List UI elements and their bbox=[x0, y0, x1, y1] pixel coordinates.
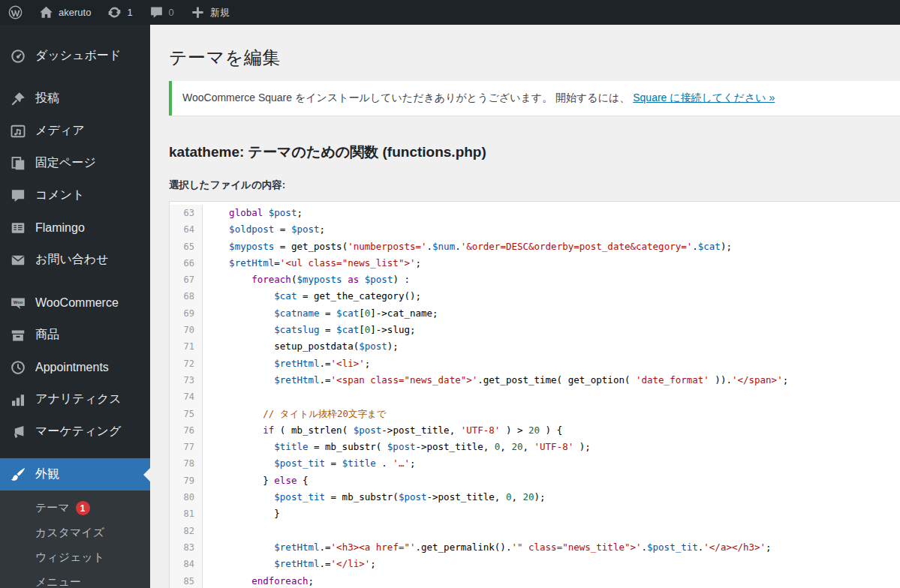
code-line-text bbox=[203, 523, 206, 539]
code-line-text: $oldpost = $post; bbox=[203, 221, 325, 238]
sidebar-item-label: WooCommerce bbox=[35, 296, 119, 310]
code-line: 65 $myposts = get_posts('numberposts='.$… bbox=[170, 238, 900, 255]
sidebar-group-posts: 投稿 bbox=[0, 82, 150, 115]
sidebar-group-comments: コメント bbox=[0, 179, 150, 212]
menu-separator bbox=[0, 448, 150, 458]
mail-icon bbox=[11, 253, 26, 268]
update-count-badge: 1 bbox=[76, 501, 90, 515]
line-number: 80 bbox=[170, 489, 203, 506]
new-content-menu[interactable]: 新規 bbox=[182, 0, 238, 25]
menu-separator bbox=[0, 276, 150, 286]
line-number: 77 bbox=[170, 439, 203, 455]
sidebar-group-appointments: Appointments bbox=[0, 351, 150, 383]
code-line-text: } bbox=[203, 506, 280, 522]
code-line: 77 $title = mb_substr( $post->post_title… bbox=[170, 439, 900, 455]
line-number: 82 bbox=[170, 523, 203, 539]
sidebar-item-appointments[interactable]: Appointments bbox=[0, 351, 150, 383]
code-line-text: $retHtml.='<li>'; bbox=[203, 356, 370, 372]
site-name-menu[interactable]: akeruto bbox=[31, 0, 99, 25]
code-editor[interactable]: 63 global $post;64 $oldpost = $post;65 $… bbox=[169, 201, 900, 588]
code-line-text: $catslug = $cat[0]->slug; bbox=[203, 322, 416, 338]
code-line: 73 $retHtml.='<span class="news_date">'.… bbox=[170, 372, 900, 388]
line-number: 69 bbox=[170, 305, 203, 322]
code-line: 75 // タイトル抜枠20文字まで bbox=[170, 406, 900, 422]
home-icon bbox=[39, 5, 53, 20]
code-line-text: // タイトル抜枠20文字まで bbox=[203, 406, 387, 422]
media-icon bbox=[11, 124, 26, 139]
code-line: 85 endforeach; bbox=[170, 573, 900, 588]
megaphone-icon bbox=[11, 424, 26, 440]
line-number: 76 bbox=[170, 422, 203, 439]
sidebar-item-products[interactable]: 商品 bbox=[0, 319, 150, 351]
admin-menu: ダッシュボード投稿メディア固定ページコメントFlamingoお問い合わせWooW… bbox=[0, 25, 150, 588]
submenu-item-menus[interactable]: メニュー bbox=[0, 570, 150, 588]
code-line: 81 } bbox=[170, 506, 900, 522]
code-line-text: global $post; bbox=[203, 205, 303, 221]
plus-icon bbox=[191, 5, 205, 20]
main-content: テーマを編集 WooCommerce Square をインストールしていただきあ… bbox=[150, 25, 900, 588]
sidebar-item-flamingo[interactable]: Flamingo bbox=[0, 212, 150, 244]
sidebar-item-analytics[interactable]: アナリティクス bbox=[0, 383, 150, 416]
line-number: 79 bbox=[170, 472, 203, 489]
sidebar-group-woocommerce: WooWooCommerce bbox=[0, 286, 150, 319]
code-line: 66 $retHtml='<ul class="news_list">'; bbox=[170, 255, 900, 272]
submenu-item-widgets[interactable]: ウィジェット bbox=[0, 545, 150, 570]
sidebar-item-label: Flamingo bbox=[35, 221, 85, 235]
sidebar-item-contact[interactable]: お問い合わせ bbox=[0, 244, 150, 276]
line-number: 68 bbox=[170, 288, 203, 304]
code-line: 72 $retHtml.='<li>'; bbox=[170, 356, 900, 372]
code-line-text: endforeach; bbox=[203, 573, 314, 588]
sidebar-group-pages: 固定ページ bbox=[0, 147, 150, 179]
code-line: 71 setup_postdata($post); bbox=[170, 338, 900, 355]
code-line-text: $cat = get_the_category(); bbox=[203, 288, 421, 304]
line-number: 75 bbox=[170, 406, 203, 422]
menu-separator bbox=[0, 72, 150, 82]
updates-menu[interactable]: 1 bbox=[99, 0, 140, 25]
code-line-text: $post_tit = $title . '…'; bbox=[203, 455, 415, 472]
svg-text:Woo: Woo bbox=[14, 300, 23, 304]
comments-icon bbox=[149, 5, 164, 20]
code-line: 64 $oldpost = $post; bbox=[170, 221, 900, 238]
code-line: 76 if ( mb_strlen( $post->post_title, 'U… bbox=[170, 422, 900, 439]
submenu-item-label: テーマ bbox=[35, 501, 70, 515]
line-number: 78 bbox=[170, 455, 203, 472]
submenu-item-customize[interactable]: カスタマイズ bbox=[0, 520, 150, 545]
submenu-item-label: ウィジェット bbox=[35, 550, 104, 565]
sidebar-item-pages[interactable]: 固定ページ bbox=[0, 147, 150, 179]
code-line: 74 bbox=[170, 388, 900, 405]
sidebar-group-dashboard: ダッシュボード bbox=[0, 40, 150, 72]
square-connect-link[interactable]: Square に接続してください » bbox=[633, 92, 775, 104]
new-content-label: 新規 bbox=[210, 6, 230, 20]
code-line-text: if ( mb_strlen( $post->post_title, 'UTF-… bbox=[203, 422, 562, 439]
comment-icon bbox=[11, 188, 26, 203]
pages-icon bbox=[11, 156, 26, 171]
analytics-icon bbox=[11, 392, 26, 407]
wp-logo-menu[interactable] bbox=[0, 0, 31, 25]
submenu-item-label: メニュー bbox=[35, 575, 81, 588]
sidebar-item-woocommerce[interactable]: WooWooCommerce bbox=[0, 286, 150, 319]
sidebar-group-media: メディア bbox=[0, 115, 150, 147]
sidebar-item-marketing[interactable]: マーケティング bbox=[0, 416, 150, 448]
comments-menu[interactable]: 0 bbox=[141, 0, 182, 25]
sidebar-item-posts[interactable]: 投稿 bbox=[0, 82, 150, 115]
sidebar-item-appearance[interactable]: 外観 bbox=[0, 458, 150, 490]
code-line-text: $retHtml='<ul class="news_list">'; bbox=[203, 255, 421, 272]
sidebar-item-comments[interactable]: コメント bbox=[0, 179, 150, 212]
sidebar-item-label: 固定ページ bbox=[35, 155, 96, 171]
code-line: 82 bbox=[170, 523, 900, 539]
code-line-text: $retHtml.='<h3><a href="'.get_permalink(… bbox=[203, 539, 772, 556]
line-number: 70 bbox=[170, 322, 203, 338]
code-line-text: $myposts = get_posts('numberposts='.$num… bbox=[203, 238, 732, 255]
submenu-item-themes[interactable]: テーマ1 bbox=[0, 496, 150, 520]
products-icon bbox=[11, 328, 26, 343]
sidebar-item-media[interactable]: メディア bbox=[0, 115, 150, 147]
code-line: 63 global $post; bbox=[170, 205, 900, 221]
woocommerce-icon: Woo bbox=[11, 296, 26, 310]
code-line: 78 $post_tit = $title . '…'; bbox=[170, 455, 900, 472]
sidebar-item-label: 商品 bbox=[35, 327, 59, 343]
code-line: 69 $catname = $cat[0]->cat_name; bbox=[170, 305, 900, 322]
file-heading: katatheme: テーマのための関数 (functions.php) bbox=[169, 142, 900, 162]
notice-text: WooCommerce Square をインストールしていただきありがとうござい… bbox=[182, 92, 889, 105]
code-line-text bbox=[203, 388, 206, 405]
sidebar-item-dashboard[interactable]: ダッシュボード bbox=[0, 40, 150, 72]
